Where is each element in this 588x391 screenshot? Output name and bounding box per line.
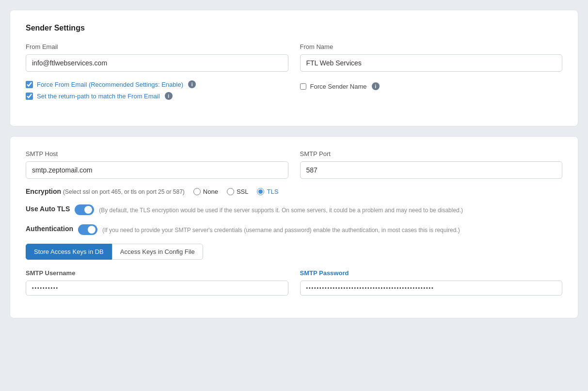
auto-tls-row: Use Auto TLS (By default, the TLS encryp… xyxy=(26,204,562,215)
smtp-host-input[interactable] xyxy=(26,161,288,179)
encryption-ssl-radio[interactable] xyxy=(227,188,234,195)
authentication-label: Authentication xyxy=(26,224,73,233)
from-email-input[interactable] xyxy=(26,54,288,72)
force-from-email-checkbox[interactable] xyxy=(26,81,33,88)
set-return-path-row: Set the return-path to match the From Em… xyxy=(26,92,288,100)
right-checkboxes: Force Sender Name i xyxy=(300,80,563,104)
from-email-group: From Email xyxy=(26,43,288,72)
from-email-label: From Email xyxy=(26,43,288,50)
from-name-input[interactable] xyxy=(300,54,563,72)
smtp-password-group: SMTP Password xyxy=(300,269,563,296)
from-name-group: From Name xyxy=(300,43,563,72)
auto-tls-desc: (By default, the TLS encryption would be… xyxy=(99,204,463,215)
force-from-email-info-icon[interactable]: i xyxy=(188,80,196,88)
set-return-path-label[interactable]: Set the return-path to match the From Em… xyxy=(37,93,160,100)
encryption-tls-option[interactable]: TLS xyxy=(257,188,278,195)
smtp-port-input[interactable] xyxy=(300,161,563,179)
encryption-label: Encryption (Select ssl on port 465, or t… xyxy=(26,188,185,195)
encryption-tls-label[interactable]: TLS xyxy=(267,188,278,195)
encryption-row: Encryption (Select ssl on port 465, or t… xyxy=(26,188,562,195)
smtp-username-input[interactable] xyxy=(26,281,288,296)
encryption-hint: (Select ssl on port 465, or tls on port … xyxy=(63,188,185,195)
store-keys-button-group: Store Access Keys in DB Access Keys in C… xyxy=(26,244,562,260)
smtp-settings-card: SMTP Host SMTP Port Encryption (Select s… xyxy=(10,136,578,318)
force-sender-name-checkbox[interactable] xyxy=(300,83,306,90)
smtp-host-label: SMTP Host xyxy=(26,150,288,157)
force-from-email-label[interactable]: Force From Email (Recommended Settings: … xyxy=(37,81,183,88)
force-from-email-row: Force From Email (Recommended Settings: … xyxy=(26,80,288,88)
smtp-password-input[interactable] xyxy=(300,281,563,296)
checkbox-options-row: Force From Email (Recommended Settings: … xyxy=(26,80,562,104)
encryption-none-option[interactable]: None xyxy=(193,188,218,195)
smtp-host-group: SMTP Host xyxy=(26,150,288,179)
smtp-username-label: SMTP Username xyxy=(26,269,288,277)
smtp-password-label: SMTP Password xyxy=(300,269,563,277)
set-return-path-checkbox[interactable] xyxy=(26,93,33,100)
smtp-username-group: SMTP Username xyxy=(26,269,288,296)
smtp-port-group: SMTP Port xyxy=(300,150,563,179)
auto-tls-toggle[interactable] xyxy=(75,204,94,215)
authentication-slider xyxy=(78,224,97,235)
force-sender-name-row: Force Sender Name i xyxy=(300,82,563,90)
encryption-tls-radio[interactable] xyxy=(257,188,264,195)
encryption-none-label[interactable]: None xyxy=(203,188,218,195)
authentication-toggle[interactable] xyxy=(78,224,97,235)
encryption-ssl-option[interactable]: SSL xyxy=(227,188,249,195)
force-sender-name-label[interactable]: Force Sender Name xyxy=(310,83,367,90)
smtp-credentials-row: SMTP Username SMTP Password xyxy=(26,269,562,296)
sender-settings-title: Sender Settings xyxy=(26,24,562,32)
auto-tls-slider xyxy=(75,204,94,215)
authentication-desc: (If you need to provide your SMTP server… xyxy=(102,224,460,235)
smtp-host-port-row: SMTP Host SMTP Port xyxy=(26,150,562,179)
encryption-ssl-label[interactable]: SSL xyxy=(237,188,249,195)
auto-tls-label: Use Auto TLS xyxy=(26,204,70,213)
authentication-row: Authentication (If you need to provide y… xyxy=(26,224,562,235)
from-name-label: From Name xyxy=(300,43,563,50)
left-checkboxes: Force From Email (Recommended Settings: … xyxy=(26,80,288,104)
store-keys-db-button[interactable]: Store Access Keys in DB xyxy=(26,244,112,260)
encryption-none-radio[interactable] xyxy=(193,188,201,195)
store-keys-config-button[interactable]: Access Keys in Config File xyxy=(112,244,203,260)
sender-email-name-row: From Email From Name xyxy=(26,43,562,72)
force-sender-name-info-icon[interactable]: i xyxy=(372,82,380,90)
sender-settings-card: Sender Settings From Email From Name For… xyxy=(10,10,578,126)
set-return-path-info-icon[interactable]: i xyxy=(165,92,173,100)
smtp-port-label: SMTP Port xyxy=(300,150,563,157)
